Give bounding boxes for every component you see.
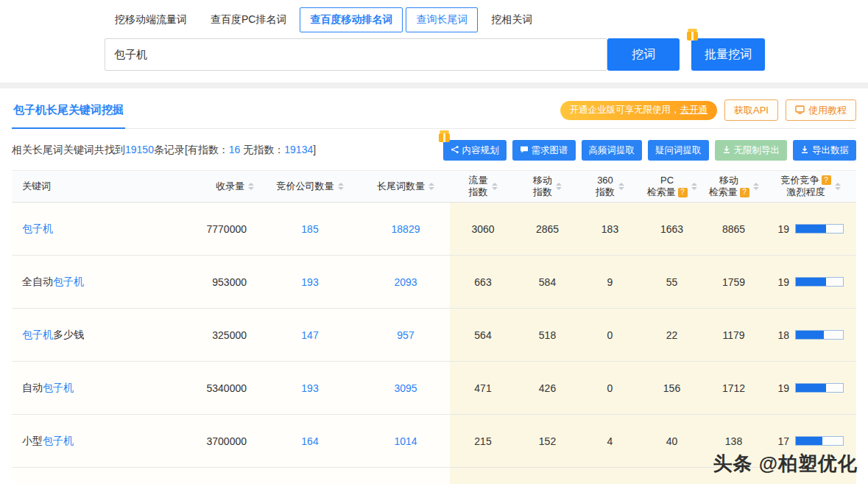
col-360-index[interactable]: 360指数: [579, 171, 641, 202]
longtail-count-link[interactable]: 3095: [394, 382, 417, 394]
flow-index-value: [450, 468, 516, 484]
360-index-value: 0: [579, 362, 641, 414]
flow-index-value: 564: [450, 309, 516, 361]
col-keyword: 关键词: [12, 171, 188, 202]
mobile-search-value: 1179: [702, 309, 765, 361]
mobile-search-value: 8865: [702, 203, 765, 255]
flow-index-value: 3060: [450, 203, 516, 255]
tab-baidu-pc-ranking[interactable]: 查百度PC排名词: [200, 7, 297, 32]
export-data-button[interactable]: 导出数据: [793, 140, 856, 161]
col-included[interactable]: 收录量: [188, 171, 258, 202]
help-icon[interactable]: ?: [740, 188, 749, 197]
competition-cell: 19: [765, 256, 856, 308]
pc-search-value: 1663: [641, 203, 702, 255]
bid-companies-link[interactable]: 193: [301, 276, 318, 288]
keyword-link[interactable]: 包子机多少钱: [22, 329, 84, 342]
tab-mobile-traffic-words[interactable]: 挖移动端流量词: [105, 7, 197, 32]
included-count: 5340000: [188, 362, 258, 414]
sort-icon[interactable]: [753, 183, 759, 190]
stats-row: 相关长尾词关键词共找到19150条记录[有指数：16 无指数：19134] 内容…: [12, 129, 856, 170]
longtail-count-link[interactable]: 18829: [392, 223, 420, 235]
bid-companies-link[interactable]: 164: [301, 435, 318, 447]
col-mobile-index[interactable]: 移动指数: [516, 171, 579, 202]
get-api-button[interactable]: 获取API: [724, 99, 778, 121]
tutorial-button[interactable]: 使用教程: [786, 99, 856, 121]
keyword-link[interactable]: 小型包子机: [22, 435, 74, 448]
mobile-index-value: 152: [516, 415, 579, 467]
col-pc-search[interactable]: PC检索量?: [641, 171, 702, 202]
promo-area: 开通企业版可享无限使用，去开通 获取API 使用教程: [560, 99, 856, 128]
col-mobile-search[interactable]: 移动检索量?: [702, 171, 765, 202]
col-longtail-count[interactable]: 长尾词数量: [361, 171, 450, 202]
sort-icon[interactable]: [428, 183, 434, 190]
table-header: 关键词 收录量 竞价公司数量 长尾词数量 流量指数 移动指数 360指数 PC检…: [12, 170, 856, 203]
help-icon[interactable]: ?: [678, 188, 688, 197]
sort-icon[interactable]: [492, 183, 498, 190]
total-count: 19150: [125, 144, 154, 155]
pc-search-value: 156: [641, 362, 702, 414]
gift-icon: [439, 133, 450, 142]
sort-icon[interactable]: [618, 183, 624, 190]
download-icon: [722, 145, 731, 156]
keyword-input[interactable]: [105, 38, 607, 71]
upgrade-banner[interactable]: 开通企业版可享无限使用，去开通: [560, 101, 718, 120]
keyword-link[interactable]: 包子机: [22, 222, 53, 236]
sort-icon[interactable]: [556, 183, 562, 190]
competition-bar: [795, 330, 844, 340]
dig-words-button[interactable]: 挖词: [607, 38, 680, 71]
table-row: 全自动包子机 953000 193 2093 663 584 9 55 1759…: [12, 256, 856, 309]
longtail-count-link[interactable]: 1014: [394, 435, 417, 447]
mobile-search-value: 1759: [702, 256, 765, 308]
content-plan-button[interactable]: 内容规划: [443, 140, 507, 161]
360-index-value: 0: [579, 309, 641, 361]
highfreq-extract-button[interactable]: 高频词提取: [582, 140, 643, 161]
tab-baidu-mobile-ranking[interactable]: 查百度移动排名词: [300, 7, 403, 32]
competition-bar: [795, 224, 844, 234]
mobile-index-value: [516, 468, 579, 484]
mobile-index-value: 426: [516, 362, 579, 414]
keyword-link[interactable]: 自动包子机: [22, 382, 74, 395]
360-index-value: 183: [579, 203, 641, 255]
tab-longtail-query[interactable]: 查询长尾词: [406, 7, 478, 32]
search-row: 挖词 批量挖词: [105, 38, 853, 71]
included-count: 3700000: [188, 415, 258, 467]
360-index-value: 9: [579, 256, 641, 308]
banner-open-link[interactable]: 去开通: [680, 104, 708, 116]
competition-bar: [795, 436, 844, 446]
bid-companies-link[interactable]: 193: [301, 382, 318, 394]
unlimited-export-button[interactable]: 无限制导出: [715, 140, 788, 161]
longtail-count-link[interactable]: 957: [397, 329, 414, 341]
table-row: 包子机多少钱 325000 147 957 564 518 0 22 1179 …: [12, 309, 856, 362]
search-type-tabs: 挖移动端流量词 查百度PC排名词 查百度移动排名词 查询长尾词 挖相关词: [105, 7, 853, 32]
sort-icon[interactable]: [691, 183, 697, 190]
tab-related-words[interactable]: 挖相关词: [481, 7, 543, 32]
keyword-link[interactable]: 全自动包子机: [22, 276, 84, 289]
help-icon[interactable]: ?: [822, 175, 831, 185]
banner-text: 开通企业版可享无限使用，: [570, 104, 680, 116]
col-flow-index[interactable]: 流量指数: [450, 171, 516, 202]
keyword-table: 关键词 收录量 竞价公司数量 长尾词数量 流量指数 移动指数 360指数 PC检…: [12, 170, 856, 484]
question-extract-button[interactable]: 疑问词提取: [648, 140, 709, 161]
flow-index-value: 471: [450, 362, 516, 414]
col-bid-companies[interactable]: 竞价公司数量: [258, 171, 361, 202]
action-buttons: 内容规划 需求图谱 高频词提取 疑问词提取 无限制导出 导出数据: [437, 140, 857, 161]
col-competition[interactable]: 竞价竞争?激烈程度: [765, 171, 856, 202]
longtail-panel: 包子机长尾关键词挖掘 开通企业版可享无限使用，去开通 获取API 使用教程 相关…: [0, 88, 868, 484]
batch-dig-button[interactable]: 批量挖词: [691, 38, 765, 71]
longtail-count-link[interactable]: 2093: [394, 276, 417, 288]
demand-map-button[interactable]: 需求图谱: [512, 140, 576, 161]
table-row: 包子机 7770000 185 18829 3060 2865 183 1663…: [12, 203, 856, 256]
bid-companies-link[interactable]: 147: [301, 329, 318, 341]
result-summary: 相关长尾词关键词共找到19150条记录[有指数：16 无指数：19134]: [12, 144, 316, 157]
page-title: 包子机长尾关键词挖掘: [12, 99, 125, 129]
pc-search-value: 55: [641, 256, 702, 308]
sort-icon[interactable]: [248, 183, 254, 190]
sort-icon[interactable]: [338, 183, 344, 190]
screen: 挖移动端流量词 查百度PC排名词 查百度移动排名词 查询长尾词 挖相关词 挖词 …: [0, 0, 868, 484]
bid-companies-link[interactable]: 185: [301, 223, 318, 235]
watermark: 头条 @柏塑优化: [713, 451, 858, 477]
sort-icon[interactable]: [835, 183, 841, 190]
mobile-index-value: 518: [516, 309, 579, 361]
included-count: 325000: [188, 309, 258, 361]
included-count: 7770000: [188, 203, 258, 255]
